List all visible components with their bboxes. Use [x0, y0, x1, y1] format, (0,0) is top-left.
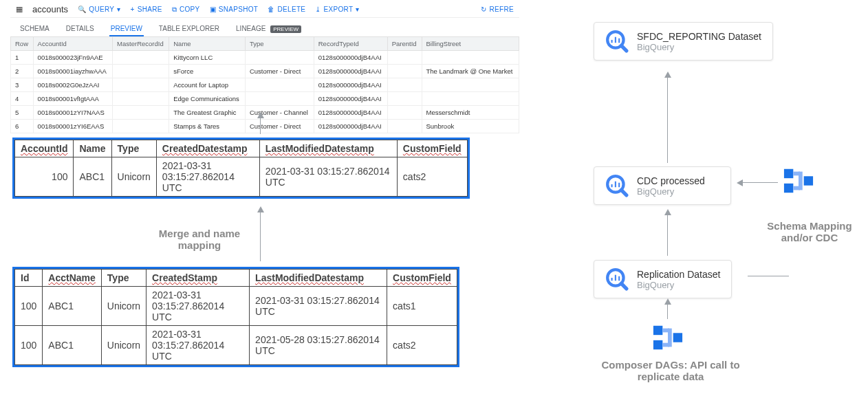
arrow-line: [260, 212, 261, 261]
card-subtitle: BigQuery: [637, 280, 720, 290]
col-created: CreatedDatestamp: [162, 143, 248, 154]
col-recordtypeid: RecordTypeId: [314, 37, 387, 51]
table-row: 100ABC1Unicorn2021-03-31 03:15:27.862014…: [15, 326, 457, 365]
svg-rect-4: [784, 184, 793, 193]
arrow-head-up-icon: [257, 206, 264, 212]
arrow-line: [260, 118, 261, 134]
arrow-line: [667, 304, 668, 319]
svg-rect-5: [804, 176, 813, 185]
svg-rect-10: [653, 340, 662, 349]
col-name: Name: [74, 140, 111, 157]
share-button[interactable]: +SHARE: [131, 6, 162, 13]
col-billingstreet: BillingStreet: [422, 37, 519, 51]
bigquery-preview-panel: ▦ accounts 🔍QUERY ▾ +SHARE ⧉COPY ▣SNAPSH…: [10, 1, 519, 133]
card-subtitle: BigQuery: [637, 186, 705, 197]
table-row: 10018s000023jFn9AAEKittycorn LLC0128s000…: [11, 51, 519, 65]
snapshot-button[interactable]: ▣SNAPSHOT: [210, 6, 259, 13]
tab-schema[interactable]: SCHEMA: [19, 22, 51, 36]
tab-preview[interactable]: PREVIEW: [109, 22, 144, 36]
table-icon: ▦: [16, 5, 23, 14]
table-row: 40018s00001vfIgtAAAEdge Communications01…: [11, 92, 519, 106]
tab-table-explorer[interactable]: TABLE EXPLORER: [158, 22, 221, 36]
merge-label: Merge and name mapping: [144, 228, 254, 251]
tab-lineage[interactable]: LINEAGE PREVIEW: [235, 22, 303, 36]
table-row: 100ABC1Unicorn2021-03-31 03:15:27.862014…: [15, 287, 457, 326]
card-cdc-processed: CDC processedBigQuery: [594, 166, 731, 205]
delete-button[interactable]: 🗑DELETE: [268, 6, 305, 13]
card-replication-dataset: Replication DatasetBigQuery: [594, 260, 732, 298]
svg-rect-11: [673, 333, 682, 342]
arrow-line: [667, 215, 668, 256]
cloud-fusion-icon: [783, 165, 814, 197]
col-name: Name: [169, 37, 246, 51]
bigquery-icon: [605, 174, 629, 197]
card-title: SFDC_REPORTING Dataset: [637, 31, 761, 42]
col-masterrecordid: MasterRecordId: [113, 37, 169, 51]
table-row: 20018s00001iayzhwAAAsForceCustomer - Dir…: [11, 65, 519, 78]
composer-label: Composer DAGs: API call to replicate dat…: [598, 359, 743, 382]
cloud-fusion-icon: [652, 322, 684, 353]
schema-cdc-label: Schema Mapping and/or CDC: [765, 220, 854, 243]
table-row: 100 ABC1 Unicorn 2021-03-31 03:15:27.862…: [15, 157, 468, 197]
svg-rect-14: [668, 329, 672, 347]
col-modified: LastModifiedDatestamp: [255, 272, 364, 283]
col-type: Type: [245, 37, 314, 51]
col-acctname: AcctName: [48, 272, 95, 283]
svg-rect-3: [784, 169, 793, 178]
col-type: Type: [101, 270, 146, 287]
svg-rect-8: [799, 172, 803, 190]
arrow-line: [667, 77, 668, 163]
tab-details[interactable]: DETAILS: [65, 22, 96, 36]
col-created: CreatedStamp: [152, 272, 217, 283]
card-sfdc-reporting: SFDC_REPORTING DatasetBigQuery: [594, 22, 773, 61]
bq-data-grid: Row AccountId MasterRecordId Name Type R…: [10, 36, 519, 133]
arrow-line: [742, 182, 778, 183]
col-modified: LastModifiedDatestamp: [265, 143, 374, 154]
bq-tabs: SCHEMA DETAILS PREVIEW TABLE EXPLORER LI…: [10, 18, 519, 36]
table-row: 60018s00001zYI6EAASStamps & TaresCustome…: [11, 120, 519, 133]
bigquery-icon: [605, 267, 629, 291]
table-row: 30018s0002G0eJzAAIAccount for Laptop0128…: [11, 78, 519, 92]
arrow-head-up-icon: [257, 112, 264, 118]
bigquery-icon: [605, 30, 629, 53]
arrow-head-up-icon: [664, 298, 671, 305]
col-type: Type: [111, 140, 156, 157]
bq-header: ▦ accounts 🔍QUERY ▾ +SHARE ⧉COPY ▣SNAPSH…: [10, 1, 519, 18]
svg-rect-9: [653, 326, 662, 335]
col-row: Row: [11, 37, 34, 51]
col-custom: CustomField: [403, 143, 462, 154]
table-row: 50018s00001zYI7NAASThe Greatest GraphicC…: [11, 106, 519, 120]
refresh-button[interactable]: ↻REFRE: [481, 6, 514, 13]
bq-table-title: accounts: [32, 4, 68, 14]
copy-button[interactable]: ⧉COPY: [172, 6, 200, 14]
arrow-head-left-icon: [737, 179, 743, 186]
lower-schema-table: Id AcctName Type CreatedStamp LastModifi…: [12, 267, 459, 367]
arrow-head-up-icon: [664, 72, 671, 78]
card-subtitle: BigQuery: [637, 42, 761, 52]
export-button[interactable]: ⤓EXPORT ▾: [315, 6, 359, 13]
card-title: CDC processed: [637, 175, 705, 186]
upper-schema-table: AccountId Name Type CreatedDatestamp Las…: [12, 138, 470, 199]
col-accountid: AccountId: [21, 143, 67, 154]
query-button[interactable]: 🔍QUERY ▾: [78, 6, 121, 13]
col-custom: CustomField: [393, 272, 451, 283]
preview-badge: PREVIEW: [270, 25, 301, 33]
card-title: Replication Dataset: [637, 269, 720, 280]
col-accountid: AccountId: [33, 37, 113, 51]
col-parentid: ParentId: [387, 37, 422, 51]
arrow-line: [748, 276, 789, 276]
col-id: Id: [15, 270, 43, 287]
arrow-head-up-icon: [664, 209, 671, 215]
